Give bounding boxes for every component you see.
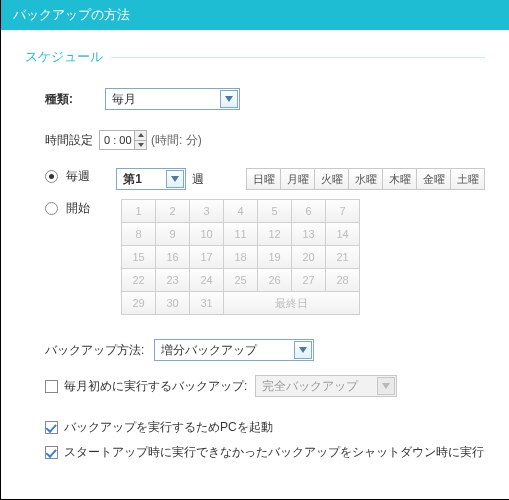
- type-row: 種類: 毎月: [45, 88, 485, 110]
- cal-day[interactable]: 1: [121, 199, 156, 223]
- cal-day[interactable]: 29: [121, 291, 156, 315]
- day-sun[interactable]: 日曜: [246, 168, 281, 190]
- window-title: バックアップの方法: [13, 7, 130, 22]
- day-sat[interactable]: 土曜: [450, 168, 485, 190]
- time-label: 時間設定: [45, 132, 93, 149]
- type-label: 種類:: [45, 91, 105, 108]
- first-month-row: 毎月初めに実行するバックアップ: 完全バックアップ: [45, 375, 485, 397]
- week-select-wrap: 第1 週: [116, 168, 246, 190]
- cal-day[interactable]: 25: [223, 268, 258, 292]
- method-row: バックアップ方法: 増分バックアップ: [45, 339, 485, 361]
- cal-day[interactable]: 17: [189, 245, 224, 269]
- week-select[interactable]: 第1: [116, 168, 186, 190]
- cal-day[interactable]: 2: [155, 199, 190, 223]
- cal-day[interactable]: 21: [325, 245, 360, 269]
- week-suffix: 週: [192, 171, 204, 188]
- cal-day[interactable]: 22: [121, 268, 156, 292]
- cal-day[interactable]: 4: [223, 199, 258, 223]
- cal-day[interactable]: 18: [223, 245, 258, 269]
- day-tue[interactable]: 火曜: [314, 168, 349, 190]
- week-select-arrow[interactable]: [166, 170, 184, 188]
- chevron-down-icon: [171, 176, 179, 182]
- time-row: 時間設定 0 : 00 (時間: 分): [45, 130, 485, 150]
- start-row: 開始 1 2 3 4 5 6 7 8 9 10 11 12 13 14 15 1…: [45, 200, 485, 315]
- cal-day[interactable]: 3: [189, 199, 224, 223]
- cal-day[interactable]: 24: [189, 268, 224, 292]
- method-select-arrow[interactable]: [294, 341, 312, 359]
- content-area: スケジュール 種類: 毎月 時間設定 0 : 00 (時間: 分) 毎週: [1, 30, 509, 471]
- section-heading: スケジュール: [25, 48, 485, 66]
- first-month-select: 完全バックアップ: [255, 375, 397, 397]
- cal-day[interactable]: 31: [189, 291, 224, 315]
- type-select-value: 毎月: [112, 91, 136, 108]
- weekly-row: 毎週 第1 週 日曜 月曜 火曜 水曜 木曜 金曜 土曜: [45, 168, 485, 190]
- heading-rule: [111, 57, 485, 58]
- chevron-down-icon: [225, 96, 233, 102]
- cal-day[interactable]: 8: [121, 222, 156, 246]
- time-value: 0 : 00: [104, 134, 132, 146]
- first-month-select-arrow: [377, 377, 395, 395]
- cal-day[interactable]: 7: [325, 199, 360, 223]
- cal-last-day[interactable]: 最終日: [223, 291, 360, 315]
- first-month-checkbox[interactable]: [45, 380, 58, 393]
- cal-day[interactable]: 5: [257, 199, 292, 223]
- chevron-up-icon: [138, 133, 144, 137]
- cal-day[interactable]: 10: [189, 222, 224, 246]
- cal-day[interactable]: 15: [121, 245, 156, 269]
- cal-day[interactable]: 11: [223, 222, 258, 246]
- calendar-grid: 1 2 3 4 5 6 7 8 9 10 11 12 13 14 15 16 1…: [122, 200, 360, 315]
- cal-day[interactable]: 26: [257, 268, 292, 292]
- chevron-down-icon: [138, 143, 144, 147]
- start-radio[interactable]: [45, 202, 58, 215]
- time-spinner[interactable]: 0 : 00: [99, 130, 147, 150]
- weekly-radio[interactable]: [45, 170, 58, 183]
- cal-day[interactable]: 28: [325, 268, 360, 292]
- method-select[interactable]: 増分バックアップ: [154, 339, 314, 361]
- day-thu[interactable]: 木曜: [382, 168, 417, 190]
- start-radio-group: 開始: [45, 200, 122, 217]
- shutdown-checkbox[interactable]: [45, 446, 58, 459]
- window-titlebar: バックアップの方法: [1, 0, 509, 30]
- day-buttons: 日曜 月曜 火曜 水曜 木曜 金曜 土曜: [246, 168, 485, 190]
- cal-day[interactable]: 9: [155, 222, 190, 246]
- cal-day[interactable]: 6: [291, 199, 326, 223]
- shutdown-label: スタートアップ時に実行できなかったバックアップをシャットダウン時に実行: [64, 444, 484, 461]
- wake-row: バックアップを実行するためPCを起動: [45, 419, 485, 436]
- spinner-up[interactable]: [134, 131, 146, 141]
- type-select[interactable]: 毎月: [105, 88, 240, 110]
- method-label: バックアップ方法:: [45, 342, 144, 359]
- start-label: 開始: [66, 200, 90, 217]
- cal-day[interactable]: 12: [257, 222, 292, 246]
- chevron-down-icon: [382, 383, 390, 389]
- cal-day[interactable]: 30: [155, 291, 190, 315]
- day-fri[interactable]: 金曜: [416, 168, 451, 190]
- weekly-label: 毎週: [66, 168, 90, 185]
- cal-day[interactable]: 23: [155, 268, 190, 292]
- time-hint: (時間: 分): [151, 132, 202, 149]
- method-select-value: 増分バックアップ: [161, 342, 257, 359]
- week-select-value: 第1: [123, 171, 142, 188]
- type-select-arrow[interactable]: [220, 90, 238, 108]
- cal-day[interactable]: 19: [257, 245, 292, 269]
- first-month-select-value: 完全バックアップ: [262, 378, 358, 395]
- cal-day[interactable]: 14: [325, 222, 360, 246]
- chevron-down-icon: [299, 347, 307, 353]
- cal-day[interactable]: 16: [155, 245, 190, 269]
- schedule-heading-text: スケジュール: [25, 48, 103, 66]
- wake-label: バックアップを実行するためPCを起動: [64, 419, 273, 436]
- weekly-radio-group: 毎週: [45, 168, 116, 185]
- spinner-down[interactable]: [134, 141, 146, 150]
- cal-day[interactable]: 20: [291, 245, 326, 269]
- day-mon[interactable]: 月曜: [280, 168, 315, 190]
- cal-day[interactable]: 27: [291, 268, 326, 292]
- cal-day[interactable]: 13: [291, 222, 326, 246]
- day-wed[interactable]: 水曜: [348, 168, 383, 190]
- first-month-label: 毎月初めに実行するバックアップ:: [64, 378, 247, 395]
- wake-checkbox[interactable]: [45, 421, 58, 434]
- shutdown-row: スタートアップ時に実行できなかったバックアップをシャットダウン時に実行: [45, 444, 485, 461]
- spinner-buttons: [134, 131, 146, 149]
